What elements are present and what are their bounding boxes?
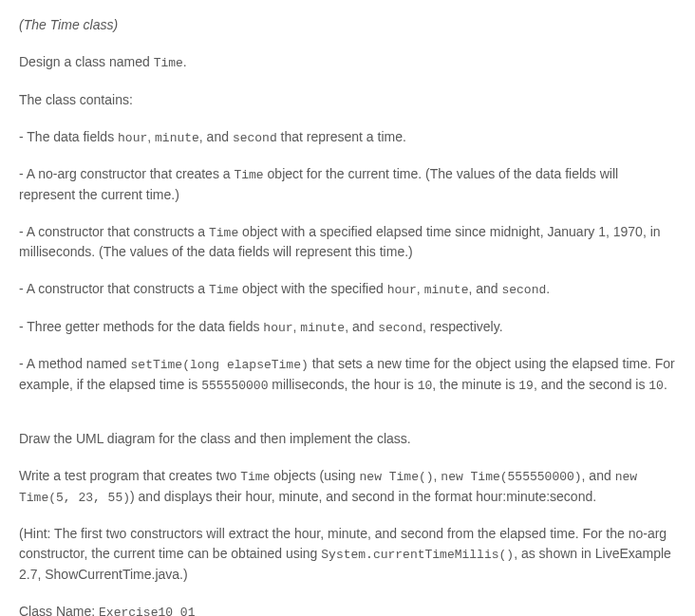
class-name-line: Class Name: Exercise10_01 [19, 602, 676, 617]
intro-text-post: . [183, 54, 187, 69]
intro-text-pre: Design a class named [19, 54, 154, 69]
text: , the minute is [432, 377, 518, 392]
text: , [147, 129, 155, 144]
text: - The data fields [19, 129, 118, 144]
bullet-hms-constructor: - A constructor that constructs a Time o… [19, 279, 676, 300]
text: - A constructor that constructs a [19, 224, 209, 239]
text: - A method named [19, 356, 131, 371]
code-time: Time [209, 226, 238, 240]
text: - Three getter methods for the data fiel… [19, 319, 263, 334]
text: . [664, 377, 667, 392]
code-second: second [501, 283, 546, 297]
text: - A no-arg constructor that creates a [19, 166, 234, 181]
code-second-value: 10 [648, 379, 664, 393]
code-settime: setTime(long elapseTime) [131, 358, 309, 372]
bullet-data-fields: - The data fields hour, minute, and seco… [19, 127, 676, 148]
code-minute-value: 19 [518, 379, 534, 393]
text: , respectively. [423, 319, 503, 334]
code-time: Time [234, 168, 263, 182]
code-hour: hour [387, 283, 417, 297]
code-exercise-classname: Exercise10_01 [99, 606, 195, 617]
text: , [417, 281, 424, 296]
text: Class Name: [19, 604, 99, 617]
intro-paragraph: Design a class named Time. [19, 52, 676, 73]
code-hour: hour [118, 131, 147, 145]
code-minute: minute [155, 131, 199, 145]
text: Write a test program that creates two [19, 468, 240, 483]
contains-heading: The class contains: [19, 90, 676, 110]
bullet-noarg-constructor: - A no-arg constructor that creates a Ti… [19, 164, 676, 205]
code-new-time: new Time() [360, 470, 434, 484]
test-program-instruction: Write a test program that creates two Ti… [19, 466, 676, 507]
code-time: Time [154, 56, 183, 70]
text: objects (using [270, 468, 359, 483]
code-new-time-elapsed: new Time(555550000) [441, 470, 581, 484]
text: , and the second is [534, 377, 648, 392]
hint-paragraph: (Hint: The first two constructors will e… [19, 524, 676, 585]
text: , and [582, 468, 615, 483]
draw-uml-instruction: Draw the UML diagram for the class and t… [19, 429, 676, 449]
text: , and [468, 281, 501, 296]
bullet-elapsed-constructor: - A constructor that constructs a Time o… [19, 222, 676, 263]
bullet-getters: - Three getter methods for the data fiel… [19, 317, 676, 338]
code-currenttimemillis: System.currentTimeMillis() [321, 548, 514, 562]
code-hour-value: 10 [418, 379, 433, 393]
code-second: second [378, 321, 423, 335]
text: - A constructor that constructs a [19, 281, 209, 296]
exercise-title: (The Time class) [19, 15, 676, 35]
code-time: Time [209, 283, 238, 297]
text: milliseconds, the hour is [268, 377, 417, 392]
text: . [546, 281, 550, 296]
code-elapsed-value: 555550000 [201, 379, 268, 393]
code-time: Time [240, 470, 270, 484]
text: object with the specified [238, 281, 386, 296]
bullet-settime: - A method named setTime(long elapseTime… [19, 354, 676, 395]
text: ) and displays their hour, minute, and s… [130, 489, 596, 504]
code-second: second [233, 131, 277, 145]
code-hour: hour [263, 321, 292, 335]
text: , and [199, 129, 233, 144]
code-minute: minute [424, 283, 469, 297]
text: , and [345, 319, 378, 334]
code-minute: minute [300, 321, 345, 335]
text: that represent a time. [277, 129, 406, 144]
